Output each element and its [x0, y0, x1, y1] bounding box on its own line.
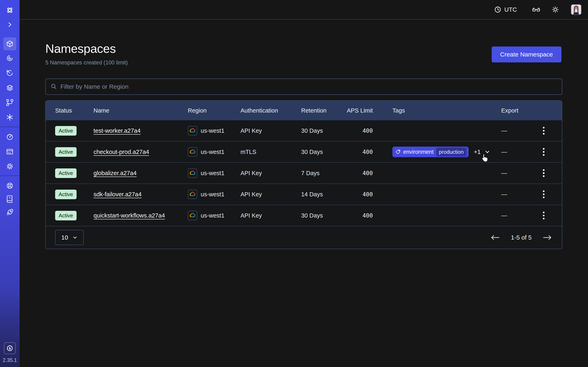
row-actions-kebab-icon[interactable] [537, 146, 550, 158]
region-cell: us-west1 [188, 190, 241, 199]
status-cell: Active [55, 126, 94, 136]
authentication-cell: API Key [241, 191, 301, 198]
col-header-aps-limit: APS Limit [346, 107, 373, 114]
table-row: Active quickstart-workflows.a27a4 us-wes… [46, 205, 562, 226]
google-cloud-icon [188, 211, 197, 220]
sidebar-divider [0, 127, 20, 127]
status-cell: Active [55, 147, 94, 157]
chevron-down-icon [72, 235, 78, 240]
sidebar-item-nexus-spiral-icon[interactable] [0, 52, 20, 65]
pagination-bar: 10 1-5 of 5 [46, 226, 562, 249]
clock-icon [494, 6, 502, 13]
export-cell: — [501, 127, 535, 134]
export-cell: — [501, 149, 535, 155]
sidebar-item-support-lifebuoy-icon[interactable] [0, 179, 20, 192]
row-actions-kebab-icon[interactable] [537, 209, 550, 222]
google-cloud-icon [188, 147, 197, 157]
sidebar-divider [0, 175, 20, 176]
table-row: Active globalizer.a27a4 us-west1 API Key… [46, 163, 562, 184]
col-header-name: Name [94, 107, 188, 114]
status-badge: Active [55, 190, 77, 199]
sidebar-item-settings-gear-icon[interactable] [0, 160, 20, 173]
namespaces-table: Status Name Region Authentication Retent… [45, 100, 562, 249]
temporal-logo-icon[interactable] [0, 4, 20, 17]
page-size-select[interactable]: 10 [55, 230, 84, 245]
status-cell: Active [55, 211, 94, 220]
col-header-region: Region [188, 107, 241, 114]
sidebar-item-docs-book-icon[interactable] [0, 192, 20, 205]
tag-value: production [436, 148, 467, 156]
status-cell: Active [55, 190, 94, 199]
row-actions-kebab-icon[interactable] [537, 188, 550, 200]
previous-page-arrow-left-icon[interactable] [490, 235, 500, 240]
glasses-icon[interactable] [532, 5, 541, 14]
retention-cell: 14 Days [301, 191, 346, 198]
retention-cell: 30 Days [301, 127, 346, 134]
aps-limit-cell: 400 [346, 191, 373, 198]
filter-bar[interactable] [45, 78, 562, 95]
google-cloud-icon [188, 126, 197, 135]
region-cell: us-west1 [188, 211, 241, 220]
namespace-link[interactable]: sdk-failover.a27a4 [94, 191, 141, 198]
region-cell: us-west1 [188, 168, 241, 178]
region-label: us-west1 [201, 191, 224, 198]
sidebar-item-connections-asterisk-icon[interactable] [0, 111, 20, 124]
namespace-link[interactable]: test-worker.a27a4 [94, 127, 141, 134]
google-cloud-icon [188, 168, 197, 178]
sidebar-item-namespaces-cube-icon[interactable] [0, 37, 20, 50]
namespace-link[interactable]: checkout-prod.a27a4 [94, 149, 149, 155]
sidebar-item-schedules-timer-icon[interactable] [0, 67, 20, 80]
table-header-row: Status Name Region Authentication Retent… [46, 101, 562, 120]
tag-icon [396, 149, 401, 155]
col-header-tags: Tags [373, 107, 501, 114]
status-badge: Active [55, 147, 77, 157]
tag-pill[interactable]: environment production [392, 147, 468, 157]
aps-limit-cell: 400 [346, 127, 373, 134]
authentication-cell: API Key [241, 170, 301, 176]
aps-limit-cell: 400 [346, 212, 373, 219]
page-title: Namespaces [45, 42, 116, 56]
sidebar-item-getting-started-rocket-icon[interactable] [0, 206, 20, 219]
authentication-cell: API Key [241, 127, 301, 134]
main-content: Namespaces 5 Namespaces created (100 lim… [20, 20, 588, 367]
timezone-label: UTC [504, 6, 517, 13]
row-actions-kebab-icon[interactable] [537, 167, 550, 179]
export-cell: — [501, 212, 535, 219]
region-label: us-west1 [201, 212, 224, 219]
theme-sun-icon[interactable] [551, 6, 559, 14]
export-cell: — [501, 170, 535, 176]
next-page-arrow-right-icon[interactable] [542, 235, 553, 240]
search-icon [50, 83, 58, 90]
region-cell: us-west1 [188, 126, 241, 135]
filter-input[interactable] [61, 83, 557, 90]
region-cell: us-west1 [188, 147, 241, 157]
tags-cell: environment production +1 [373, 147, 501, 157]
sidebar-item-billing-card-icon[interactable] [0, 145, 20, 158]
authentication-cell: API Key [241, 212, 301, 219]
region-label: us-west1 [201, 149, 224, 155]
svg-text:$: $ [9, 346, 11, 350]
namespace-link[interactable]: globalizer.a27a4 [94, 170, 137, 176]
tag-key: environment [403, 149, 434, 155]
create-namespace-button[interactable]: Create Namespace [492, 47, 562, 62]
status-badge: Active [55, 126, 77, 136]
page-subtitle: 5 Namespaces created (100 limit) [45, 59, 128, 66]
col-header-status: Status [55, 107, 94, 114]
authentication-cell: mTLS [241, 149, 301, 155]
tags-expand-chevron-down-icon[interactable] [484, 149, 490, 155]
table-row: Active sdk-failover.a27a4 us-west1 API K… [46, 184, 562, 205]
sidebar-collapse-chevron-right-icon[interactable] [0, 18, 20, 31]
namespace-link[interactable]: quickstart-workflows.a27a4 [94, 212, 165, 219]
col-header-retention: Retention [301, 107, 346, 114]
sidebar-item-batch-layers-icon[interactable] [0, 81, 20, 94]
status-badge: Active [55, 168, 77, 178]
page-size-value: 10 [61, 234, 68, 241]
status-badge: Active [55, 211, 77, 220]
user-avatar[interactable] [571, 4, 581, 15]
pricing-dollar-badge-icon[interactable]: $ [4, 342, 16, 354]
sidebar-item-usage-gauge-icon[interactable] [0, 131, 20, 143]
sidebar-item-deployments-branch-icon[interactable] [0, 96, 20, 109]
tags-more-count: +1 [474, 149, 481, 155]
row-actions-kebab-icon[interactable] [537, 125, 550, 137]
timezone-selector[interactable]: UTC [494, 6, 517, 13]
